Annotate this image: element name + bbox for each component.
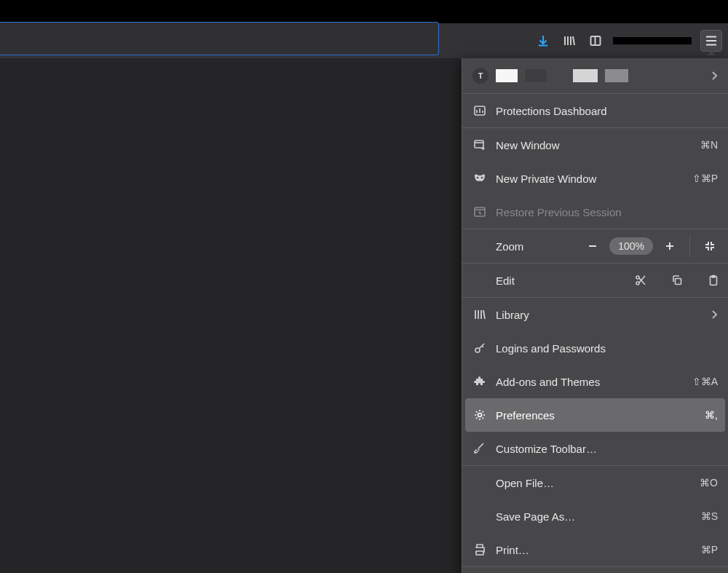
firefox-account-row[interactable]: T bbox=[462, 58, 728, 93]
svg-point-11 bbox=[475, 348, 480, 352]
menu-label: Restore Previous Session bbox=[496, 206, 718, 218]
svg-rect-2 bbox=[475, 141, 483, 148]
menu-label: Print… bbox=[496, 544, 695, 556]
menu-new-window[interactable]: New Window ⌘N bbox=[462, 128, 728, 162]
svg-point-3 bbox=[477, 177, 479, 179]
menu-edit-row: Edit bbox=[462, 264, 728, 297]
url-bar[interactable] bbox=[0, 22, 439, 55]
menu-open-file[interactable]: Open File… ⌘O bbox=[462, 466, 728, 499]
clipboard-icon bbox=[708, 274, 719, 286]
minus-icon bbox=[587, 241, 598, 251]
gear-icon bbox=[472, 408, 487, 422]
menu-protections-dashboard[interactable]: Protections Dashboard bbox=[462, 94, 728, 127]
account-chevron bbox=[711, 71, 718, 81]
menu-label: Add-ons and Themes bbox=[496, 376, 687, 388]
cut-button[interactable] bbox=[633, 273, 648, 288]
menu-label: New Window bbox=[496, 139, 695, 151]
account-name-redacted bbox=[525, 69, 547, 82]
paintbrush-icon bbox=[472, 441, 487, 456]
menu-shortcut: ⌘S bbox=[701, 510, 718, 522]
menu-label: Library bbox=[496, 309, 705, 321]
svg-rect-8 bbox=[676, 279, 681, 285]
menu-logins-passwords[interactable]: Logins and Passwords bbox=[462, 331, 728, 365]
zoom-reset-button[interactable]: 100% bbox=[609, 237, 653, 255]
zoom-in-button[interactable] bbox=[659, 235, 681, 257]
key-icon bbox=[472, 341, 487, 355]
menu-shortcut: ⌘N bbox=[700, 139, 718, 151]
account-avatar: T bbox=[472, 68, 488, 84]
menu-shortcut: ⌘, bbox=[705, 409, 718, 421]
download-arrow-icon bbox=[537, 34, 550, 47]
fullscreen-button[interactable] bbox=[699, 235, 721, 257]
menu-label: Open File… bbox=[496, 477, 694, 489]
menu-shortcut: ⌘P bbox=[701, 544, 718, 556]
hamburger-icon bbox=[705, 36, 717, 46]
chevron-right-icon bbox=[711, 71, 718, 81]
svg-point-7 bbox=[636, 276, 639, 279]
printer-icon bbox=[472, 542, 487, 557]
menu-label: Customize Toolbar… bbox=[496, 443, 718, 455]
zoom-out-button[interactable] bbox=[582, 235, 604, 257]
library-icon bbox=[472, 307, 487, 322]
submenu-chevron bbox=[711, 309, 718, 320]
edit-label: Edit bbox=[496, 274, 633, 287]
account-email-redacted bbox=[605, 69, 628, 82]
svg-rect-10 bbox=[712, 276, 715, 278]
menu-library[interactable]: Library bbox=[462, 298, 728, 331]
menu-shortcut: ⌘O bbox=[700, 477, 718, 489]
library-icon bbox=[563, 34, 576, 47]
menu-customize-toolbar[interactable]: Customize Toolbar… bbox=[462, 432, 728, 465]
plus-icon bbox=[665, 241, 675, 251]
app-menu-button[interactable] bbox=[700, 30, 722, 52]
copy-icon bbox=[671, 274, 683, 286]
menu-find-in-page[interactable]: Find in This Page… ⌘F bbox=[462, 567, 728, 573]
account-email-redacted bbox=[573, 69, 598, 82]
downloads-button[interactable] bbox=[534, 32, 552, 50]
svg-rect-13 bbox=[476, 551, 483, 555]
mask-icon bbox=[472, 171, 487, 186]
scissors-icon bbox=[635, 274, 646, 286]
window-plus-icon bbox=[472, 138, 487, 152]
menu-zoom-row: Zoom 100% bbox=[462, 229, 728, 263]
fullscreen-contract-icon bbox=[704, 240, 716, 252]
zoom-label: Zoom bbox=[496, 240, 576, 253]
svg-point-12 bbox=[478, 414, 482, 417]
svg-point-4 bbox=[481, 177, 483, 179]
extension-area-placeholder bbox=[613, 37, 692, 44]
paste-button[interactable] bbox=[706, 273, 721, 288]
account-name-redacted bbox=[496, 69, 518, 82]
chevron-right-icon bbox=[711, 309, 718, 320]
menu-restore-session: Restore Previous Session bbox=[462, 195, 728, 229]
menu-print[interactable]: Print… ⌘P bbox=[462, 533, 728, 566]
menu-preferences[interactable]: Preferences ⌘, bbox=[465, 398, 725, 432]
zoom-divider bbox=[689, 235, 690, 257]
copy-button[interactable] bbox=[670, 273, 684, 288]
library-button[interactable] bbox=[561, 32, 578, 50]
menu-shortcut: ⇧⌘P bbox=[692, 173, 718, 184]
menu-label: Logins and Passwords bbox=[496, 342, 718, 355]
menu-label: Save Page As… bbox=[496, 510, 695, 523]
menu-new-private-window[interactable]: New Private Window ⇧⌘P bbox=[462, 162, 728, 195]
titlebar-region bbox=[0, 0, 728, 23]
menu-shortcut: ⇧⌘A bbox=[692, 376, 718, 387]
menu-addons-themes[interactable]: Add-ons and Themes ⇧⌘A bbox=[462, 365, 728, 398]
menu-save-page-as[interactable]: Save Page As… ⌘S bbox=[462, 499, 728, 533]
menu-label: Protections Dashboard bbox=[496, 105, 718, 117]
puzzle-icon bbox=[472, 374, 487, 389]
menu-label: Preferences bbox=[496, 409, 699, 422]
dashboard-icon bbox=[472, 103, 487, 118]
app-menu-panel: T Protections Dashboard New Window ⌘N Ne… bbox=[462, 58, 728, 573]
sidebar-icon bbox=[589, 34, 602, 47]
svg-point-6 bbox=[636, 282, 639, 285]
sidebar-button[interactable] bbox=[587, 32, 604, 50]
menu-label: New Private Window bbox=[496, 173, 687, 185]
restore-icon bbox=[472, 205, 487, 219]
